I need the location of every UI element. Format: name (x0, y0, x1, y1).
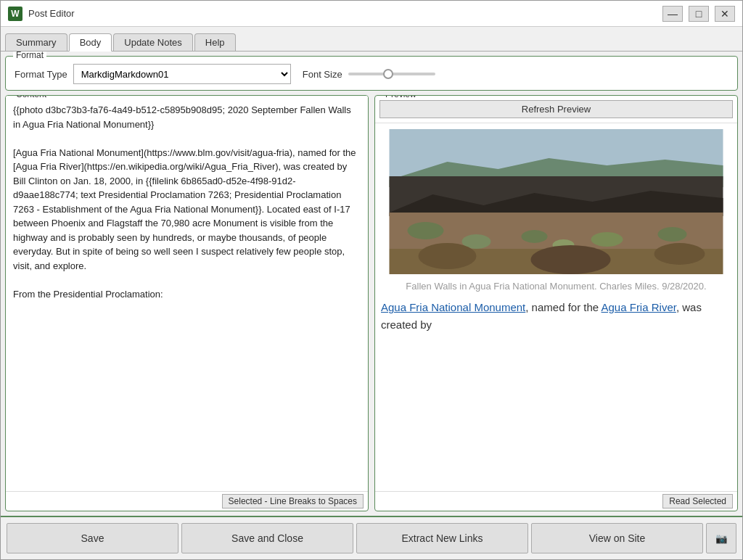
format-type-field: Format Type MarkdigMarkdown01 (15, 64, 291, 84)
font-size-field: Font Size (303, 69, 435, 80)
preview-text-middle: , named for the (525, 301, 601, 313)
format-section-label: Format (13, 52, 46, 60)
close-button[interactable]: ✕ (715, 6, 735, 22)
font-size-label: Font Size (303, 69, 342, 80)
app-icon: W (8, 7, 22, 21)
preview-content: Fallen Walls in Agua Fria National Monum… (375, 123, 737, 491)
line-breaks-to-spaces-button[interactable]: Selected - Line Breaks to Spaces (222, 494, 364, 508)
preview-footer: Read Selected (375, 491, 737, 511)
tab-summary[interactable]: Summary (5, 33, 67, 51)
svg-point-8 (591, 232, 623, 247)
format-type-label: Format Type (15, 69, 67, 80)
slider-thumb[interactable] (383, 69, 393, 79)
main-window: W Post Editor — □ ✕ Summary Body Update … (0, 0, 743, 560)
svg-point-7 (522, 230, 548, 243)
maximize-button[interactable]: □ (689, 6, 709, 22)
extract-links-button[interactable]: Extract New Links (356, 523, 528, 553)
title-bar: W Post Editor — □ ✕ (1, 1, 742, 27)
preview-panel: Preview Refresh Preview (374, 95, 738, 511)
tab-help[interactable]: Help (194, 33, 236, 51)
refresh-preview-button[interactable]: Refresh Preview (379, 100, 733, 118)
tab-bar: Summary Body Update Notes Help (1, 27, 742, 52)
save-button[interactable]: Save (7, 523, 178, 553)
format-type-select[interactable]: MarkdigMarkdown01 (73, 64, 291, 84)
camera-button[interactable]: 📷 (706, 523, 736, 553)
format-row: Format Type MarkdigMarkdown01 Font Size (15, 64, 728, 84)
content-footer: Selected - Line Breaks to Spaces (6, 491, 368, 511)
content-panel: Content {{photo d3bc73b3-fa76-4a49-b512-… (5, 95, 369, 511)
content-panel-label: Content (13, 95, 49, 99)
landscape-svg (381, 129, 731, 274)
preview-link-river[interactable]: Agua Fria River (602, 301, 676, 313)
font-size-slider[interactable] (348, 73, 435, 75)
preview-header: Refresh Preview (375, 96, 737, 123)
tab-body[interactable]: Body (69, 33, 112, 52)
svg-point-5 (408, 222, 444, 239)
tab-update-notes[interactable]: Update Notes (113, 33, 193, 51)
svg-point-14 (654, 243, 705, 265)
svg-point-9 (658, 227, 687, 242)
preview-link-monument[interactable]: Agua Fria National Monument (381, 301, 525, 313)
camera-icon: 📷 (715, 533, 728, 544)
panels: Content {{photo d3bc73b3-fa76-4a49-b512-… (5, 95, 738, 511)
window-controls: — □ ✕ (662, 6, 735, 22)
svg-point-12 (419, 243, 477, 269)
preview-text: Agua Fria National Monument, named for t… (381, 299, 731, 334)
font-size-slider-container (348, 73, 435, 75)
preview-panel-label: Preview (382, 95, 419, 99)
read-selected-button[interactable]: Read Selected (662, 494, 733, 508)
main-content: Format Format Type MarkdigMarkdown01 Fon… (1, 52, 742, 516)
minimize-button[interactable]: — (662, 6, 683, 22)
format-section: Format Format Type MarkdigMarkdown01 Fon… (5, 56, 738, 91)
content-textarea[interactable]: {{photo d3bc73b3-fa76-4a49-b512-c5895b90… (6, 96, 368, 491)
save-close-button[interactable]: Save and Close (181, 523, 353, 553)
preview-image (381, 129, 731, 274)
view-on-site-button[interactable]: View on Site (531, 523, 703, 553)
bottom-bar: Save Save and Close Extract New Links Vi… (1, 516, 742, 559)
window-title: Post Editor (28, 8, 662, 19)
preview-caption: Fallen Walls in Agua Fria National Monum… (381, 274, 731, 299)
svg-point-13 (531, 245, 611, 274)
